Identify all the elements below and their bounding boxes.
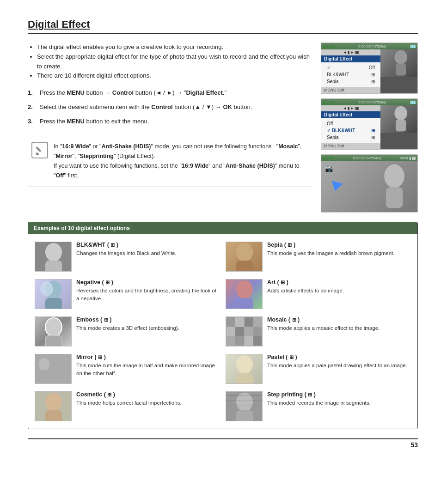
thumb-mosaic xyxy=(226,316,263,346)
svg-point-11 xyxy=(236,243,253,261)
counter-3: 9999 ▮ ▮▮ xyxy=(400,156,416,160)
example-blkwht: BLK&WHT ( ⊞ ) Changes the images into Bl… xyxy=(32,238,223,275)
screenshot-1: STBY 0:00:00 [475Min] ▮▮▮ ◄ ▮ ► ▮▮ Digit… xyxy=(321,43,418,94)
example-cosmetic: Cosmetic ( ⊞ ) This mode helps correct f… xyxy=(32,388,223,425)
example-blkwht-title: BLK&WHT ( ⊞ ) xyxy=(76,242,220,248)
step-3-num: 3. xyxy=(28,117,36,127)
page-title: Digital Effect xyxy=(28,18,418,34)
child-mirror-left xyxy=(35,354,53,384)
svg-point-5 xyxy=(394,106,407,121)
svg-point-7 xyxy=(384,164,404,188)
example-emboss: Emboss ( ⊞ ) This mode creates a 3D effe… xyxy=(32,313,223,350)
examples-section: Examples of 10 digital effect options BL… xyxy=(28,222,418,429)
camera-icon: 📷 xyxy=(325,165,333,172)
example-pastel-info: Pastel ( ⊞ ) This mode applies a pale pa… xyxy=(267,354,411,370)
screenshot-2: STBY 0:00:00 [475Min] ▮▮▮ ◄ ▮ ► ▮▮ Digit… xyxy=(321,98,418,150)
example-step-title: Step printing ( ⊞ ) xyxy=(267,391,411,398)
screenshot-2-menu: ◄ ▮ ► ▮▮ Digital Effect Off ✓ BLK&WHT⊞ S… xyxy=(321,105,380,149)
exit-bar-1: MENU Exit xyxy=(321,87,380,93)
example-emboss-desc: This mode creates a 3D effect (embossing… xyxy=(76,324,220,332)
example-cosmetic-desc: This mode helps correct facial imperfect… xyxy=(76,399,220,407)
child-emboss xyxy=(35,317,72,346)
bullet-item: The digital effect enables you to give a… xyxy=(37,43,312,52)
svg-rect-25 xyxy=(236,373,253,384)
thumb-negative xyxy=(35,279,72,309)
step-1-text: Press the MENU button → Control button (… xyxy=(40,88,312,98)
example-art-title: Art ( ⊞ ) xyxy=(267,279,411,285)
svg-point-3 xyxy=(394,50,407,65)
thumb-step xyxy=(226,391,263,421)
example-sepia-info: Sepia ( ⊞ ) This mode gives the images a… xyxy=(267,242,411,257)
screenshot-1-menu: ◄ ▮ ► ▮▮ Digital Effect Off BLK&WHT⊞ Sep… xyxy=(321,49,380,93)
thumb-cosmetic xyxy=(35,391,72,421)
example-negative: Negative ( ⊞ ) Reverses the colors and t… xyxy=(32,275,223,313)
example-art-desc: Adds artistic effects to an image. xyxy=(267,287,411,295)
menu-icon: ◄ ▮ ► ▮▮ xyxy=(343,50,359,55)
example-blkwht-desc: Changes the images into Black and White. xyxy=(76,249,220,257)
svg-rect-6 xyxy=(396,120,406,132)
camera-preview-2 xyxy=(380,105,417,133)
digital-effect-label-1: Digital Effect xyxy=(321,55,380,62)
camera-preview-1 xyxy=(380,49,417,77)
menu-blkwht-2: ✓ BLK&WHT⊞ xyxy=(325,127,377,134)
timecode: 0:00:00 [475Min] xyxy=(358,44,386,49)
child-art xyxy=(226,279,263,309)
page-number: 53 xyxy=(28,438,418,449)
bullet-item: There are 10 different digital effect op… xyxy=(37,71,312,81)
thumb-sepia xyxy=(226,242,263,272)
example-art: Art ( ⊞ ) Adds artistic effects to an im… xyxy=(223,275,414,313)
example-mirror-title: Mirror ( ⊞ ) xyxy=(76,354,220,360)
exit-bar-2: MENU Exit xyxy=(321,143,380,149)
example-mosaic-desc: This mode applies a mosaic effect to the… xyxy=(267,324,411,332)
timecode-3: 0:00:00 [475Min] xyxy=(353,156,381,160)
svg-point-18 xyxy=(45,318,62,336)
screenshot-2-topbar: STBY 0:00:00 [475Min] ▮▮▮ xyxy=(321,99,417,105)
svg-point-16 xyxy=(236,280,253,299)
child-sepia xyxy=(226,242,263,272)
svg-rect-10 xyxy=(45,261,62,272)
example-step-desc: This moded records the image in segments… xyxy=(267,399,411,407)
screenshot-3: STBY 0:00:00 [475Min] 9999 ▮ ▮▮ 📷 xyxy=(321,154,418,213)
camera-preview-3: 📷 xyxy=(321,161,417,212)
menu-off-1: Off xyxy=(325,64,377,71)
svg-point-9 xyxy=(45,243,62,261)
step-1: 1. Press the MENU button → Control butto… xyxy=(28,88,312,98)
svg-rect-17 xyxy=(236,298,253,309)
thumb-emboss xyxy=(35,316,72,346)
screenshot-2-body: ◄ ▮ ► ▮▮ Digital Effect Off ✓ BLK&WHT⊞ S… xyxy=(321,105,417,149)
child-photo-1 xyxy=(388,49,414,77)
child-pastel xyxy=(226,354,263,384)
timecode-2: 0:00:00 [475Min] xyxy=(358,100,386,104)
screenshot-1-topbar: STBY 0:00:00 [475Min] ▮▮▮ xyxy=(321,43,417,49)
svg-point-20 xyxy=(39,358,49,371)
example-art-info: Art ( ⊞ ) Adds artistic effects to an im… xyxy=(267,279,411,295)
top-bar-icons-2: ▮▮▮ xyxy=(410,100,416,104)
example-step-info: Step printing ( ⊞ ) This moded records t… xyxy=(267,391,411,407)
steps: 1. Press the MENU button → Control butto… xyxy=(28,88,312,126)
thumb-pastel xyxy=(226,354,263,384)
battery-icon-2: ▮▮▮ xyxy=(410,100,416,104)
svg-point-26 xyxy=(45,393,62,411)
svg-rect-8 xyxy=(386,187,403,208)
step-2-num: 2. xyxy=(28,103,36,112)
svg-rect-27 xyxy=(45,410,62,421)
stby-label: STBY xyxy=(323,44,334,49)
left-content: The digital effect enables you to give a… xyxy=(28,43,312,213)
step-2: 2. Select the desired submenu item with … xyxy=(28,103,312,112)
svg-point-15 xyxy=(40,281,53,296)
example-mosaic-info: Mosaic ( ⊞ ) This mode applies a mosaic … xyxy=(267,316,411,332)
example-emboss-info: Emboss ( ⊞ ) This mode creates a 3D effe… xyxy=(76,316,220,332)
menu-body-1: Off BLK&WHT⊞ Sepia⊞ xyxy=(321,62,380,87)
thumb-blkwht xyxy=(35,242,72,272)
example-step: Step printing ( ⊞ ) This moded records t… xyxy=(223,388,414,425)
note-text: In "16:9 Wide" or "Anti-Shake (HDIS)" mo… xyxy=(54,142,308,181)
child-photo-2 xyxy=(388,105,414,133)
menu-sepia-1: Sepia⊞ xyxy=(325,78,377,85)
bullet-item: Select the appropriate digital effect fo… xyxy=(37,52,312,72)
step-1-num: 1. xyxy=(28,88,36,98)
svg-rect-21 xyxy=(39,370,49,383)
example-mirror-desc: This mode cuts the image in half and mak… xyxy=(76,362,220,378)
svg-rect-14 xyxy=(45,298,62,309)
example-negative-desc: Reverses the colors and the brightness, … xyxy=(76,287,220,303)
step-3: 3. Press the MENU button to exit the men… xyxy=(28,117,312,127)
